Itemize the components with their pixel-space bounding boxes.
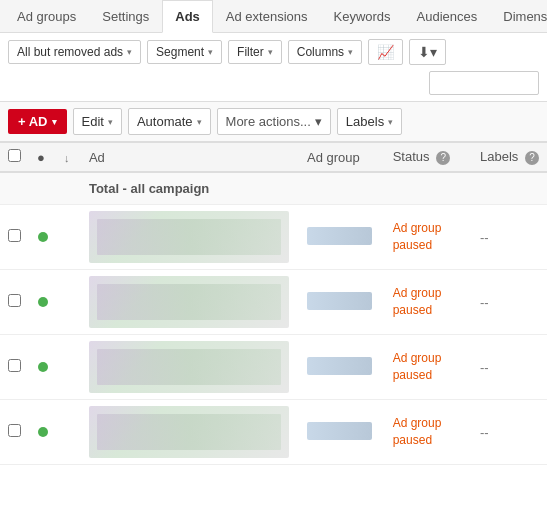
automate-label: Automate: [137, 114, 193, 129]
row1-status-cell: Ad grouppaused: [385, 205, 472, 270]
row4-arrow: [56, 400, 81, 465]
header-labels: Labels ?: [472, 143, 547, 173]
row3-labels-cell: --: [472, 335, 547, 400]
labels-dropdown[interactable]: Labels ▾: [337, 108, 402, 135]
total-dot-cell: [29, 172, 56, 205]
select-all-checkbox[interactable]: [8, 149, 21, 162]
add-ad-label: + AD: [18, 114, 48, 129]
search-input[interactable]: [429, 71, 539, 95]
row2-status-text: Ad grouppaused: [393, 286, 442, 317]
row4-adgroup-placeholder: [307, 422, 372, 440]
row3-arrow: [56, 335, 81, 400]
total-label: Total - all campaign: [81, 172, 547, 205]
chart-icon: 📈: [377, 44, 394, 60]
row3-adgroup-placeholder: [307, 357, 372, 375]
header-sort-arrow[interactable]: ↓: [56, 143, 81, 173]
action-bar: + AD ▾ Edit ▾ Automate ▾ More actions...…: [0, 102, 547, 142]
columns-caret: ▾: [348, 47, 353, 57]
row2-labels-cell: --: [472, 270, 547, 335]
row4-adgroup-cell: [299, 400, 385, 465]
row4-labels-cell: --: [472, 400, 547, 465]
segment-dropdown[interactable]: Segment ▾: [147, 40, 222, 64]
row3-checkbox[interactable]: [8, 359, 21, 372]
row2-green-dot: [38, 297, 48, 307]
row2-ad-cell: [81, 270, 299, 335]
table-row: Ad grouppaused --: [0, 205, 547, 270]
row1-status-dot: [29, 205, 56, 270]
tabs-bar: Ad groups Settings Ads Ad extensions Key…: [0, 0, 547, 33]
download-caret: ▾: [430, 44, 437, 60]
segment-label: Segment: [156, 45, 204, 59]
row2-labels-text: --: [480, 295, 489, 310]
labels-label: Labels: [346, 114, 384, 129]
row1-labels-cell: --: [472, 205, 547, 270]
row1-arrow: [56, 205, 81, 270]
row4-ad-preview: [89, 406, 289, 458]
row2-check: [0, 270, 29, 335]
header-status-dot: ●: [29, 143, 56, 173]
row2-checkbox[interactable]: [8, 294, 21, 307]
row4-status-cell: Ad grouppaused: [385, 400, 472, 465]
download-button[interactable]: ⬇ ▾: [409, 39, 446, 65]
tab-dimensions[interactable]: Dimensions: [490, 0, 547, 33]
table-row: Ad grouppaused --: [0, 335, 547, 400]
row2-arrow: [56, 270, 81, 335]
tab-ads[interactable]: Ads: [162, 0, 213, 33]
add-ad-button[interactable]: + AD ▾: [8, 109, 67, 134]
filter-caret: ▾: [268, 47, 273, 57]
labels-help-icon[interactable]: ?: [525, 151, 539, 165]
row1-check: [0, 205, 29, 270]
sort-arrow-icon: ↓: [64, 152, 70, 164]
row3-status-dot: [29, 335, 56, 400]
row3-status-cell: Ad grouppaused: [385, 335, 472, 400]
more-actions-caret: ▾: [315, 114, 322, 129]
edit-label: Edit: [82, 114, 104, 129]
columns-dropdown[interactable]: Columns ▾: [288, 40, 362, 64]
row1-adgroup-cell: [299, 205, 385, 270]
row1-ad-preview: [89, 211, 289, 263]
total-row: Total - all campaign: [0, 172, 547, 205]
tab-audiences[interactable]: Audiences: [404, 0, 491, 33]
row3-adgroup-cell: [299, 335, 385, 400]
row1-adgroup-placeholder: [307, 227, 372, 245]
row4-status-dot: [29, 400, 56, 465]
row2-status-cell: Ad grouppaused: [385, 270, 472, 335]
filter-label: Filter: [237, 45, 264, 59]
row4-labels-text: --: [480, 425, 489, 440]
view-dropdown[interactable]: All but removed ads ▾: [8, 40, 141, 64]
table-row: Ad grouppaused --: [0, 270, 547, 335]
tab-settings[interactable]: Settings: [89, 0, 162, 33]
row3-status-text: Ad grouppaused: [393, 351, 442, 382]
columns-label: Columns: [297, 45, 344, 59]
view-dropdown-caret: ▾: [127, 47, 132, 57]
ads-table: ● ↓ Ad Ad group Status ? Labels ?: [0, 142, 547, 465]
row1-checkbox[interactable]: [8, 229, 21, 242]
row1-labels-text: --: [480, 230, 489, 245]
tab-ad-extensions[interactable]: Ad extensions: [213, 0, 321, 33]
row2-adgroup-placeholder: [307, 292, 372, 310]
status-dot-icon: ●: [37, 150, 45, 165]
segment-caret: ▾: [208, 47, 213, 57]
automate-caret: ▾: [197, 117, 202, 127]
status-help-icon[interactable]: ?: [436, 151, 450, 165]
more-actions-dropdown[interactable]: More actions... ▾: [217, 108, 331, 135]
total-arrow-cell: [56, 172, 81, 205]
filter-bar: All but removed ads ▾ Segment ▾ Filter ▾…: [0, 33, 547, 102]
tab-ad-groups[interactable]: Ad groups: [4, 0, 89, 33]
tab-keywords[interactable]: Keywords: [320, 0, 403, 33]
total-check-cell: [0, 172, 29, 205]
row3-ad-preview: [89, 341, 289, 393]
chart-button[interactable]: 📈: [368, 39, 403, 65]
table-row: Ad grouppaused --: [0, 400, 547, 465]
automate-dropdown[interactable]: Automate ▾: [128, 108, 211, 135]
filter-dropdown[interactable]: Filter ▾: [228, 40, 282, 64]
row2-ad-preview: [89, 276, 289, 328]
row3-labels-text: --: [480, 360, 489, 375]
row4-checkbox[interactable]: [8, 424, 21, 437]
view-dropdown-label: All but removed ads: [17, 45, 123, 59]
row2-status-dot: [29, 270, 56, 335]
edit-dropdown[interactable]: Edit ▾: [73, 108, 122, 135]
download-icon: ⬇: [418, 44, 430, 60]
row3-green-dot: [38, 362, 48, 372]
row4-ad-cell: [81, 400, 299, 465]
